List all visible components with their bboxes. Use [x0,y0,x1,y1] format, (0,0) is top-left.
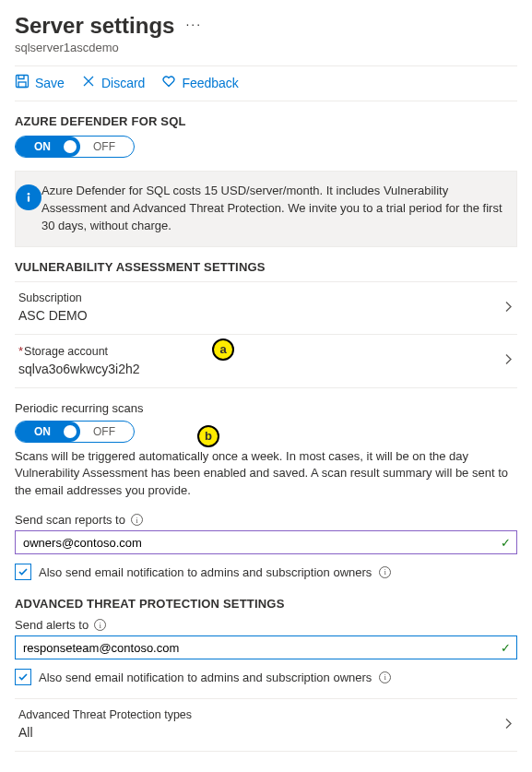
atp-notify-admins-checkbox[interactable] [15,669,31,685]
periodic-scans-helptext: Scans will be triggered automatically on… [15,448,517,501]
send-alerts-label: Send alerts to [15,618,89,632]
subscription-label: Subscription [18,291,491,304]
subscription-row[interactable]: Subscription ASC DEMO [15,282,517,335]
atp-notify-admins-label: Also send email notification to admins a… [39,671,372,684]
discard-label: Discard [101,76,145,90]
pricing-info-text: Azure Defender for SQL costs 15 USD/serv… [41,172,516,246]
info-icon[interactable]: i [379,566,391,578]
annotation-b: b [197,425,219,447]
section-vuln-heading: VULNERABILITY ASSESSMENT SETTINGS [15,260,517,274]
command-bar: Save Discard Feedback [15,74,517,91]
storage-account-row[interactable]: *Storage account sqlva3o6wkwcy3i2h2 a [15,335,517,388]
defender-toggle[interactable]: ON OFF [15,136,135,158]
chevron-right-icon [504,299,514,316]
notify-admins-label: Also send email notification to admins a… [39,565,372,579]
feedback-button[interactable]: Feedback [161,74,238,91]
discard-button[interactable]: Discard [81,74,145,91]
info-icon[interactable]: i [131,514,143,526]
send-alerts-input[interactable] [15,635,517,659]
pricing-info-banner: Azure Defender for SQL costs 15 USD/serv… [15,171,517,247]
toggle-on-label: ON [34,425,51,438]
toggle-off-label: OFF [93,425,134,438]
subscription-value: ASC DEMO [18,308,491,323]
toggle-on-label: ON [34,140,51,153]
periodic-scans-label: Periodic recurring scans [15,401,517,415]
info-icon[interactable]: i [379,671,391,683]
save-icon [15,74,30,91]
more-actions-button[interactable]: ··· [185,17,202,35]
atp-types-label: Advanced Threat Protection types [18,708,491,721]
storage-label: Storage account [24,345,108,358]
annotation-a: a [212,338,234,361]
section-atp-heading: ADVANCED THREAT PROTECTION SETTINGS [15,597,517,611]
info-icon[interactable]: i [94,619,106,631]
toggle-off-label: OFF [93,140,134,153]
svg-rect-1 [18,82,26,88]
check-icon: ✓ [501,536,511,550]
heart-icon [161,74,176,91]
atp-types-value: All [18,725,491,740]
save-label: Save [35,76,65,90]
notify-admins-checkbox[interactable] [15,564,31,580]
section-defender-heading: AZURE DEFENDER FOR SQL [15,114,517,128]
send-reports-label: Send scan reports to [15,513,125,527]
check-icon: ✓ [501,641,511,655]
svg-point-2 [28,193,30,196]
atp-types-row[interactable]: Advanced Threat Protection types All [15,699,517,751]
page-title: Server settings [15,13,174,39]
server-name-subtitle: sqlserver1ascdemo [15,41,517,54]
info-icon [16,184,41,210]
periodic-scans-toggle[interactable]: ON OFF [15,421,135,443]
chevron-right-icon [504,717,514,734]
svg-rect-3 [28,196,30,202]
send-reports-input[interactable] [15,530,517,554]
close-icon [81,74,96,91]
feedback-label: Feedback [182,76,238,90]
chevron-right-icon [504,352,514,370]
save-button[interactable]: Save [15,74,65,91]
storage-value: sqlva3o6wkwcy3i2h2 [18,362,491,376]
